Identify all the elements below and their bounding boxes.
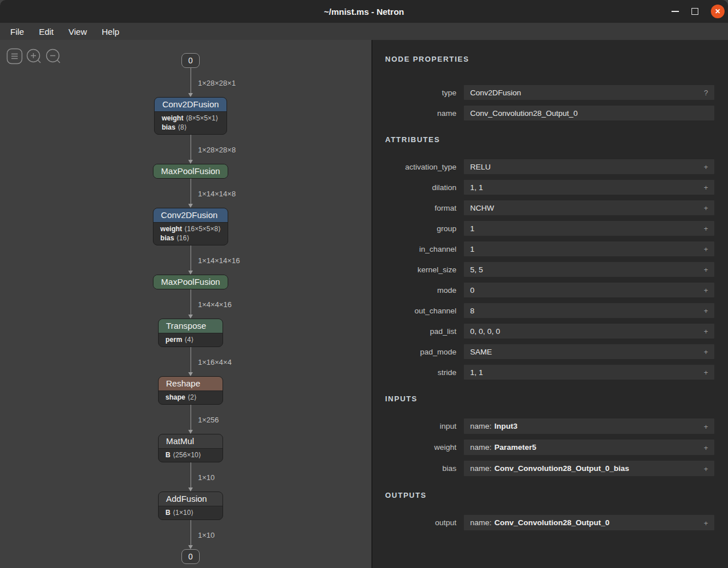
graph-input-node[interactable]: 0	[181, 53, 200, 68]
input-row-input: input name: Input3 +	[385, 418, 714, 434]
expand-plus-icon[interactable]: +	[703, 163, 708, 171]
field-value: 0	[470, 286, 475, 295]
node-params: weight⟨16×5×5×8⟩ bias⟨16⟩	[153, 222, 228, 245]
input-label: bias	[385, 464, 456, 473]
input-field[interactable]: name: Parameter5 +	[464, 440, 714, 455]
name-prefix: name:	[470, 443, 492, 452]
attribute-row-format: format NCHW +	[385, 200, 714, 215]
type-field[interactable]: Conv2DFusion ?	[464, 85, 714, 100]
expand-plus-icon[interactable]: +	[703, 368, 708, 377]
expand-plus-icon[interactable]: +	[703, 443, 708, 452]
node-params: shape⟨2⟩	[159, 390, 223, 404]
field-value: 5, 5	[470, 265, 483, 274]
param-key: bias	[160, 234, 174, 242]
edge-shape-label: 1×28×28×8	[198, 145, 236, 154]
outputs-title: OUTPUTS	[385, 491, 714, 499]
node-params: B⟨1×10⟩	[159, 506, 223, 519]
menu-file[interactable]: File	[3, 25, 31, 39]
minimize-icon[interactable]	[672, 11, 679, 12]
titlebar: ~/mnist.ms - Netron ✕	[0, 0, 728, 23]
window-title: ~/mnist.ms - Netron	[324, 7, 404, 17]
menu-view[interactable]: View	[61, 25, 94, 39]
edge-shape-label: 1×14×14×8	[198, 189, 236, 198]
attribute-field[interactable]: SAME +	[464, 344, 714, 359]
graph-output-node[interactable]: 0	[181, 549, 200, 564]
param-key: shape	[165, 393, 185, 401]
attributes-title: ATTRIBUTES	[385, 135, 714, 144]
expand-plus-icon[interactable]: +	[703, 348, 708, 356]
attribute-label: in_channel	[385, 245, 456, 253]
node-conv2dfusion-1[interactable]: Conv2DFusion weight⟨8×5×5×1⟩ bias⟨8⟩	[154, 97, 227, 135]
node-properties-panel: NODE PROPERTIES ✕ type Conv2DFusion ? na…	[371, 40, 728, 568]
edge-shape-label: 1×256	[198, 415, 219, 424]
output-row-output: output name: Conv_Convolution28_Output_0…	[385, 515, 714, 530]
attribute-field[interactable]: 1, 1 +	[464, 180, 714, 195]
attribute-field[interactable]: RELU +	[464, 159, 714, 174]
input-field[interactable]: name: Input3 +	[464, 418, 714, 434]
expand-plus-icon[interactable]: +	[703, 422, 708, 430]
node-title: MaxPoolFusion	[153, 164, 227, 178]
menu-help[interactable]: Help	[94, 25, 127, 39]
node-maxpoolfusion-1[interactable]: MaxPoolFusion	[153, 164, 228, 179]
node-reshape[interactable]: Reshape shape⟨2⟩	[158, 376, 223, 405]
attribute-field[interactable]: 0, 0, 0, 0 +	[464, 324, 714, 339]
expand-plus-icon[interactable]: +	[703, 265, 708, 274]
attribute-label: stride	[385, 368, 456, 377]
expand-plus-icon[interactable]: +	[703, 286, 708, 295]
menu-edit[interactable]: Edit	[31, 25, 61, 39]
expand-plus-icon[interactable]: +	[703, 307, 708, 315]
attribute-field[interactable]: 1 +	[464, 221, 714, 236]
attribute-label: kernel_size	[385, 265, 456, 274]
attribute-label: dilation	[385, 183, 456, 192]
expand-plus-icon[interactable]: +	[703, 245, 708, 253]
param-value: ⟨16×5×5×8⟩	[184, 225, 221, 233]
app-window: ~/mnist.ms - Netron ✕ File Edit View Hel…	[0, 0, 728, 568]
param-value: ⟨256×10⟩	[173, 451, 201, 459]
field-value: Conv_Convolution28_Output_0	[495, 518, 610, 527]
field-value: 0, 0, 0, 0	[470, 327, 500, 336]
name-field[interactable]: Conv_Convolution28_Output_0	[464, 106, 714, 120]
attribute-field[interactable]: 1 +	[464, 241, 714, 256]
node-params: B⟨256×10⟩	[159, 448, 223, 462]
expand-plus-icon[interactable]: +	[703, 183, 708, 192]
node-addfusion[interactable]: AddFusion B⟨1×10⟩	[158, 492, 223, 520]
attribute-row-in-channel: in_channel 1 +	[385, 241, 714, 256]
node-title: Transpose	[159, 319, 223, 333]
attribute-field[interactable]: NCHW +	[464, 200, 714, 215]
attribute-field[interactable]: 5, 5 +	[464, 262, 714, 277]
attribute-label: pad_mode	[385, 348, 456, 356]
output-field[interactable]: name: Conv_Convolution28_Output_0 +	[464, 515, 714, 530]
param-key: weight	[160, 225, 182, 233]
node-conv2dfusion-2[interactable]: Conv2DFusion weight⟨16×5×5×8⟩ bias⟨16⟩	[153, 208, 228, 245]
param-key: weight	[161, 114, 183, 122]
edge-shape-label: 1×10	[198, 473, 215, 481]
name-prefix: name:	[470, 422, 492, 430]
expand-plus-icon[interactable]: +	[703, 464, 708, 473]
expand-plus-icon[interactable]: +	[703, 224, 708, 233]
node-title: AddFusion	[159, 492, 223, 506]
attribute-field[interactable]: 0 +	[464, 283, 714, 297]
expand-plus-icon[interactable]: +	[703, 204, 708, 212]
field-value: SAME	[470, 348, 492, 356]
input-field[interactable]: name: Conv_Convolution28_Output_0_bias +	[464, 461, 714, 476]
input-label: input	[385, 422, 456, 430]
maximize-icon[interactable]	[691, 8, 698, 15]
panel-title: NODE PROPERTIES	[385, 55, 714, 63]
edge-shape-label: 1×28×28×1	[198, 78, 236, 87]
node-transpose[interactable]: Transpose perm⟨4⟩	[158, 319, 223, 347]
node-matmul[interactable]: MatMul B⟨256×10⟩	[158, 434, 223, 462]
edge-shape-label: 1×10	[198, 530, 215, 539]
node-title: Conv2DFusion	[155, 98, 226, 111]
type-help-icon[interactable]: ?	[704, 88, 708, 97]
expand-plus-icon[interactable]: +	[703, 327, 708, 336]
field-value: Parameter5	[495, 443, 537, 452]
attribute-field[interactable]: 8 +	[464, 303, 714, 318]
menubar: File Edit View Help	[0, 23, 728, 40]
expand-plus-icon[interactable]: +	[703, 518, 708, 527]
node-maxpoolfusion-2[interactable]: MaxPoolFusion	[153, 275, 228, 289]
close-icon[interactable]: ✕	[711, 5, 725, 18]
attribute-field[interactable]: 1, 1 +	[464, 365, 714, 380]
window-controls: ✕	[672, 0, 725, 23]
field-value: 8	[470, 307, 475, 315]
field-value: Conv2DFusion	[470, 88, 521, 97]
